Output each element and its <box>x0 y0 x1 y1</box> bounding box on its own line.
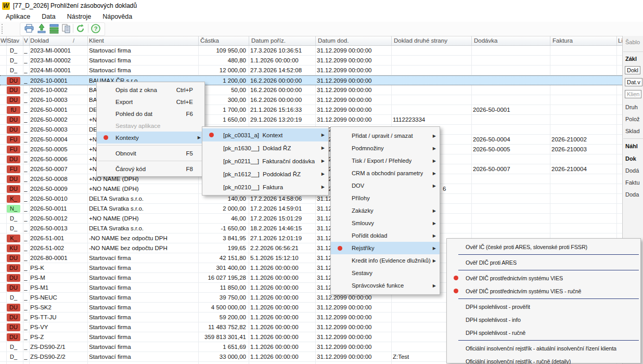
menu-item[interactable]: Ověř DIČ proti ARES <box>447 256 640 269</box>
menu-item[interactable]: [pk_n0211__] Fakturační dodávka▶ <box>202 154 328 167</box>
menu-item[interactable]: CRM a obchodní parametry▶ <box>331 167 440 179</box>
column-header-10[interactable]: Dodávka <box>474 37 550 44</box>
datum-poriz-cell: 29.1.2026 13:20:19 <box>250 115 316 124</box>
menu-item-label: [pk_c0031_a] Kontext <box>223 132 282 138</box>
menu-item[interactable]: Přílohy <box>331 192 440 204</box>
table-row[interactable]: DU_2026-10-0001BAUMAX ČR s.r.o.1 200,001… <box>0 75 622 85</box>
status-badge-value: DU <box>7 254 20 262</box>
menu-item[interactable]: Pořídit doklad▶ <box>331 229 440 242</box>
menu-item[interactable]: DOV▶ <box>331 179 440 192</box>
v-cell: _ <box>24 353 30 361</box>
status-badge-value: DU <box>7 314 20 321</box>
side-panel-item-dokl[interactable]: Dokl <box>625 66 640 74</box>
v-cell: _ <box>24 274 30 282</box>
kontexty-submenu: [pk_c0031_a] Kontext▶[pk_n1630__] Doklad… <box>202 126 329 196</box>
copy-document-icon[interactable] <box>61 23 71 34</box>
column-header-9[interactable]: Doklad druhé strany <box>394 37 472 44</box>
menu-item[interactable]: DPH spolehlivost - info <box>447 313 640 326</box>
table-row[interactable]: D__2024-MI-00001Startovací firma12 000,0… <box>0 66 622 75</box>
menu-item[interactable]: Ověř DIČ prostřednictvím systému VIES - … <box>447 284 640 297</box>
column-header-7[interactable]: Datum poříz. <box>251 37 316 44</box>
menu-item[interactable]: [pk_n0210__] Faktura▶ <box>202 180 328 193</box>
menu-item[interactable]: Smlouvy▶ <box>331 217 440 229</box>
menu-item[interactable]: Rejstříky▶ <box>331 242 440 254</box>
menu-item[interactable]: Oficiální insolvenční rejstřík - aktuáln… <box>447 342 640 355</box>
sort-indicator[interactable]: / <box>73 37 74 44</box>
menu-item-label: Ověř DIČ prostřednictvím systému VIES - … <box>466 288 581 294</box>
header-divider <box>198 36 199 45</box>
menu-item[interactable]: Ověř IČ (české proti ARES, slovenské pro… <box>447 240 640 253</box>
column-header-5[interactable]: Klient <box>89 37 198 44</box>
status-badge-value: FU <box>7 146 20 153</box>
wf-status-badge: DU <box>7 323 23 331</box>
v-cell: _ <box>24 283 30 292</box>
menu-item[interactable]: ObnovitF5 <box>97 147 204 159</box>
header-divider <box>249 36 249 45</box>
menu-item-shortcut: Ctrl+P <box>176 87 193 93</box>
side-panel-item-zkl: Zákl <box>625 56 637 62</box>
side-panel-item-klien[interactable]: Klien <box>625 90 641 98</box>
status-badge-value: DU <box>7 175 20 183</box>
castka-cell: 1 700,00 <box>199 106 246 114</box>
menu-item[interactable]: Správcovské funkce▶ <box>331 279 440 292</box>
menubar-item-nápověda[interactable]: Nápověda <box>101 12 133 21</box>
doklad-cell: PS-K <box>30 264 87 272</box>
klient-cell: DELTA Svratka s.r.o. <box>89 204 198 213</box>
menu-item[interactable]: Oficiální insolvenční rejstřík - ručně (… <box>447 355 640 364</box>
column-header-6[interactable]: Částka <box>200 37 247 44</box>
menu-item-label: Sestavy aplikace <box>115 123 160 129</box>
table-row[interactable]: D__2023-MI-00002Startovací firma480,801.… <box>0 56 622 66</box>
menu-item[interactable]: Přidat / upravit / smazat▶ <box>331 129 440 142</box>
menu-item-label: Kredit info (Evidence dlužníků) <box>352 257 431 264</box>
column-header-11[interactable]: Faktura <box>552 37 617 44</box>
column-header-12[interactable]: Li <box>618 37 622 44</box>
column-header-8[interactable]: Datum dod. <box>318 37 392 44</box>
menubar-item-nástroje[interactable]: Nástroje <box>66 12 93 21</box>
menu-item[interactable]: [pk_n1612__] Poddoklad ŘZ▶ <box>202 167 328 180</box>
toolbar-grip-handle[interactable] <box>2 24 4 34</box>
menu-item[interactable]: Ověř DIČ prostřednictvím systému VIES <box>447 271 640 284</box>
table-row[interactable]: D__2026-50-0013DELTA Svratka s.r.o.-1 65… <box>0 224 622 233</box>
menu-item[interactable]: ExportCtrl+E <box>97 96 204 108</box>
refresh-icon[interactable] <box>75 23 86 34</box>
menu-item[interactable]: Tisk / Export / Přehledy▶ <box>331 154 440 167</box>
table-row[interactable]: DU_2026-50-0002+N1 650,0029.1.2026 13:20… <box>0 115 622 125</box>
table-row[interactable]: DU_2026-10-0003BA300,0016.2.2026 00:00:0… <box>0 95 622 105</box>
column-header-4[interactable]: Doklad <box>30 37 87 44</box>
table-row[interactable]: D__2023-MI-00001Startovací firma109 950,… <box>0 46 622 56</box>
submenu-arrow-icon: ▶ <box>198 135 201 140</box>
menu-item[interactable]: Pohled do datF6 <box>97 108 204 120</box>
menu-item[interactable]: DPH spolehlivost - prověřit <box>447 300 640 313</box>
status-badge-value: D_ <box>7 67 20 74</box>
table-row[interactable]: N__2026-50-0011DELTA Svratka s.r.o.2 000… <box>0 204 622 214</box>
menu-item[interactable]: DPH spolehlivost - ručně <box>447 326 640 339</box>
menu-item[interactable]: [pk_n1630__] Doklad ŘZ▶ <box>202 141 328 154</box>
datum-poriz-cell: 1.1.2026 00:00:00 <box>250 343 316 351</box>
export-icon[interactable] <box>36 23 47 34</box>
help-icon[interactable]: ? <box>91 23 101 34</box>
side-panel-item-datv[interactable]: Dat.v <box>625 78 642 86</box>
data-table-icon[interactable] <box>49 23 59 34</box>
menu-item[interactable]: Zakázky▶ <box>331 204 440 217</box>
side-panel-item-faktu: Faktu <box>625 179 640 186</box>
menubar-item-aplikace[interactable]: Aplikace <box>5 12 31 21</box>
menu-item[interactable]: Sestavy <box>331 267 440 279</box>
red-dot-icon <box>338 246 342 251</box>
printer-icon[interactable] <box>24 23 34 34</box>
menubar-item-data[interactable]: Data <box>41 12 56 21</box>
menu-item[interactable]: Sestavy aplikace <box>97 120 204 132</box>
menu-item[interactable]: Kredit info (Evidence dlužníků)▶ <box>331 254 440 267</box>
menu-item[interactable]: Čárový kódF8 <box>97 163 204 175</box>
table-row[interactable]: fU_2026-50-0001DE1 700,0021.1.2026 15:16… <box>0 105 622 115</box>
column-header-2[interactable]: Stav <box>7 37 23 44</box>
menu-item[interactable]: [pk_c0031_a] Kontext▶ <box>202 128 328 141</box>
menu-item[interactable]: Kontexty▶ <box>97 132 204 144</box>
table-row[interactable]: DU_2026-10-0002BA50,0016.2.2026 00:00:00… <box>0 85 622 95</box>
menu-item[interactable]: Podmnožiny▶ <box>331 142 440 154</box>
submenu-arrow-icon: ▶ <box>322 146 325 150</box>
table-row[interactable]: D__2026-50-0012+NO NAME (DPH)46,0017.2.2… <box>0 214 622 224</box>
menu-item-label: DPH spolehlivost - prověřit <box>466 304 530 310</box>
menu-item[interactable]: Opis dat z oknaCtrl+P <box>97 84 204 96</box>
menu-item-label: CRM a obchodní parametry <box>352 170 423 176</box>
dodavka-cell: 2026-50-0005 <box>473 145 550 153</box>
